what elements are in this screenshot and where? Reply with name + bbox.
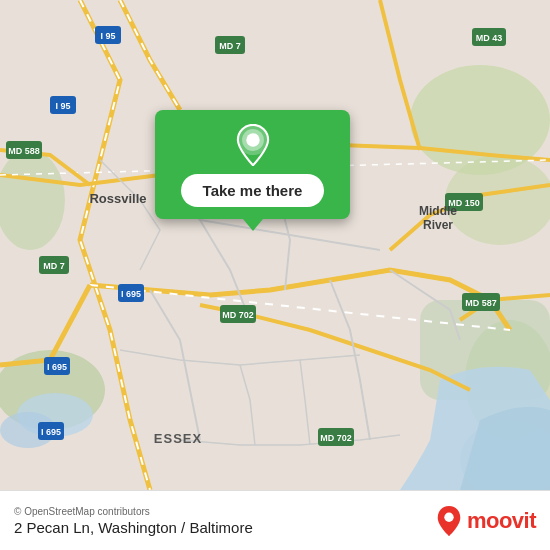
svg-text:I 95: I 95 bbox=[100, 31, 115, 41]
take-me-there-button[interactable]: Take me there bbox=[181, 174, 325, 207]
attribution-text: © OpenStreetMap contributors bbox=[14, 506, 253, 517]
svg-text:MD 7: MD 7 bbox=[219, 41, 241, 51]
bottom-bar: © OpenStreetMap contributors 2 Pecan Ln,… bbox=[0, 490, 550, 550]
svg-text:Rossville: Rossville bbox=[89, 191, 146, 206]
svg-text:I 695: I 695 bbox=[41, 427, 61, 437]
moovit-logo: moovit bbox=[435, 505, 536, 537]
svg-point-43 bbox=[444, 512, 453, 521]
location-pin-icon bbox=[232, 124, 274, 166]
map-container: I 95 I 95 MD 7 MD 7 MD 43 MD 150 MD 587 … bbox=[0, 0, 550, 490]
popup-card[interactable]: Take me there bbox=[155, 110, 350, 219]
svg-text:I 695: I 695 bbox=[121, 289, 141, 299]
svg-text:Middle: Middle bbox=[419, 204, 457, 218]
svg-text:ESSEX: ESSEX bbox=[154, 431, 202, 446]
svg-text:MD 588: MD 588 bbox=[8, 146, 40, 156]
svg-text:I 695: I 695 bbox=[47, 362, 67, 372]
moovit-pin-icon bbox=[435, 505, 463, 537]
svg-text:River: River bbox=[423, 218, 453, 232]
svg-text:MD 702: MD 702 bbox=[222, 310, 254, 320]
svg-point-42 bbox=[246, 133, 259, 146]
svg-text:MD 7: MD 7 bbox=[43, 261, 65, 271]
bottom-left-info: © OpenStreetMap contributors 2 Pecan Ln,… bbox=[14, 506, 253, 536]
address-text: 2 Pecan Ln, Washington / Baltimore bbox=[14, 519, 253, 536]
svg-text:MD 587: MD 587 bbox=[465, 298, 497, 308]
map-svg: I 95 I 95 MD 7 MD 7 MD 43 MD 150 MD 587 … bbox=[0, 0, 550, 490]
svg-text:I 95: I 95 bbox=[55, 101, 70, 111]
svg-text:MD 702: MD 702 bbox=[320, 433, 352, 443]
moovit-brand-text: moovit bbox=[467, 508, 536, 534]
svg-text:MD 43: MD 43 bbox=[476, 33, 503, 43]
